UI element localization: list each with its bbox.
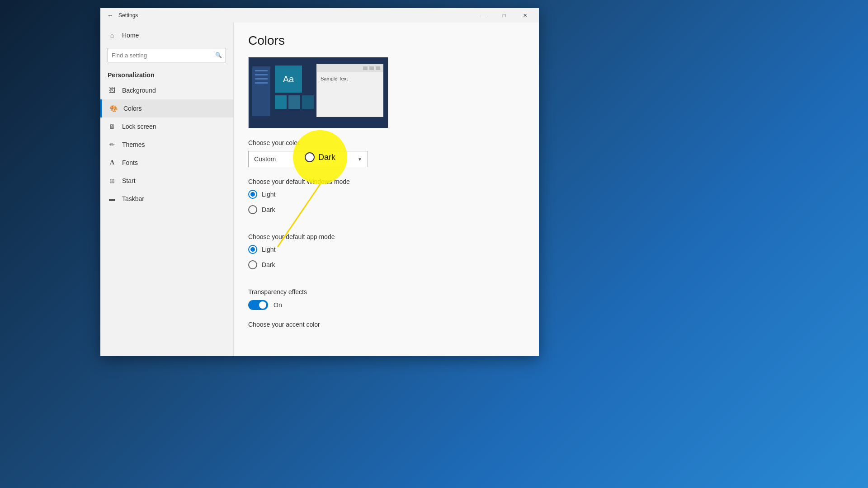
themes-icon: ✏ (108, 140, 117, 149)
sidebar-item-fonts[interactable]: A Fonts (100, 154, 233, 172)
app-mode-light[interactable]: Light (248, 245, 524, 254)
color-dropdown-arrow: ▼ (358, 157, 362, 162)
app-mode-dark-label: Dark (262, 261, 275, 268)
preview-line-4 (255, 82, 268, 84)
transparency-row: On (248, 300, 524, 310)
maximize-button[interactable]: □ (494, 8, 514, 23)
windows-mode-light[interactable]: Light (248, 190, 524, 199)
app-mode-group: Light Dark (248, 245, 524, 269)
windows-mode-light-label: Light (262, 191, 275, 198)
preview-inner: Aa Sample Text (249, 57, 388, 128)
search-input[interactable] (112, 52, 212, 59)
colors-label: Colors (123, 105, 142, 112)
search-icon: 🔍 (215, 52, 222, 58)
taskbar-icon: ▬ (108, 194, 117, 203)
minimize-button[interactable]: — (473, 8, 494, 23)
transparency-label: Transparency effects (248, 288, 524, 296)
color-preview: Aa Sample Text (248, 57, 388, 128)
preview-window-text: Sample Text (317, 72, 383, 85)
preview-tile-3 (302, 95, 314, 109)
preview-line-2 (255, 74, 268, 75)
start-label: Start (122, 177, 136, 184)
windows-mode-light-radio[interactable] (248, 190, 257, 199)
app-mode-light-radio[interactable] (248, 245, 257, 254)
taskbar-label: Taskbar (122, 195, 144, 202)
preview-window-bar (317, 64, 383, 72)
windows-mode-light-indicator (250, 192, 255, 197)
preview-line-3 (255, 78, 268, 80)
sidebar-item-themes[interactable]: ✏ Themes (100, 136, 233, 154)
sidebar: ⌂ Home 🔍 Personalization 🖼 Background 🎨 … (100, 23, 234, 356)
themes-label: Themes (122, 141, 145, 148)
home-label: Home (122, 32, 139, 39)
main-panel: Colors Aa (234, 23, 539, 356)
accent-color-label: Choose your accent color (248, 321, 524, 328)
windows-mode-dark[interactable]: Dark (248, 205, 524, 214)
color-dropdown-value: Custom (254, 155, 276, 163)
preview-tiles (275, 95, 314, 109)
back-button[interactable]: ← (104, 9, 117, 22)
color-dropdown[interactable]: Custom ▼ (248, 151, 368, 167)
sidebar-item-colors[interactable]: 🎨 Colors (100, 99, 233, 117)
transparency-toggle-label: On (274, 301, 282, 309)
preview-dot-1 (363, 66, 368, 70)
windows-mode-dark-radio[interactable] (248, 205, 257, 214)
preview-line-1 (255, 70, 268, 71)
toggle-knob (259, 301, 266, 309)
lock-screen-icon: 🖥 (108, 122, 117, 131)
sidebar-item-lock-screen[interactable]: 🖥 Lock screen (100, 117, 233, 136)
close-button[interactable]: ✕ (514, 8, 535, 23)
sidebar-item-background[interactable]: 🖼 Background (100, 81, 233, 99)
choose-color-label: Choose your color (248, 139, 524, 146)
sidebar-item-taskbar[interactable]: ▬ Taskbar (100, 190, 233, 208)
app-mode-dark-radio[interactable] (248, 260, 257, 269)
window-body: ⌂ Home 🔍 Personalization 🖼 Background 🎨 … (100, 23, 539, 356)
start-icon: ⊞ (108, 176, 117, 185)
settings-window: ← Settings — □ ✕ ⌂ Home 🔍 Personalizatio… (100, 8, 539, 356)
app-mode-light-label: Light (262, 246, 275, 253)
sidebar-item-start[interactable]: ⊞ Start (100, 172, 233, 190)
fonts-label: Fonts (122, 159, 138, 166)
sidebar-section-title: Personalization (100, 66, 233, 81)
home-icon: ⌂ (108, 31, 117, 40)
fonts-icon: A (108, 158, 117, 167)
preview-sidebar (252, 66, 270, 116)
window-controls: — □ ✕ (473, 8, 535, 23)
background-label: Background (122, 87, 156, 94)
windows-mode-label: Choose your default Windows mode (248, 178, 524, 185)
app-mode-label: Choose your default app mode (248, 233, 524, 240)
preview-window: Sample Text (316, 64, 383, 117)
app-mode-dark[interactable]: Dark (248, 260, 524, 269)
app-mode-light-indicator (250, 247, 255, 252)
background-icon: 🖼 (108, 86, 117, 95)
search-box[interactable]: 🔍 (108, 48, 226, 62)
preview-aa-text: Aa (283, 74, 294, 84)
page-title: Colors (248, 33, 524, 48)
preview-tile-1 (275, 95, 287, 109)
windows-mode-dark-label: Dark (262, 206, 275, 213)
lock-screen-label: Lock screen (122, 123, 156, 130)
transparency-toggle[interactable] (248, 300, 268, 310)
windows-mode-group: Light Dark (248, 190, 524, 214)
title-bar: ← Settings — □ ✕ (100, 8, 539, 23)
window-title: Settings (118, 12, 473, 19)
sidebar-item-home[interactable]: ⌂ Home (100, 26, 233, 44)
preview-aa-box: Aa (275, 66, 302, 93)
colors-icon: 🎨 (109, 104, 118, 113)
preview-dot-3 (376, 66, 380, 70)
preview-tile-2 (288, 95, 300, 109)
preview-dot-2 (369, 66, 374, 70)
